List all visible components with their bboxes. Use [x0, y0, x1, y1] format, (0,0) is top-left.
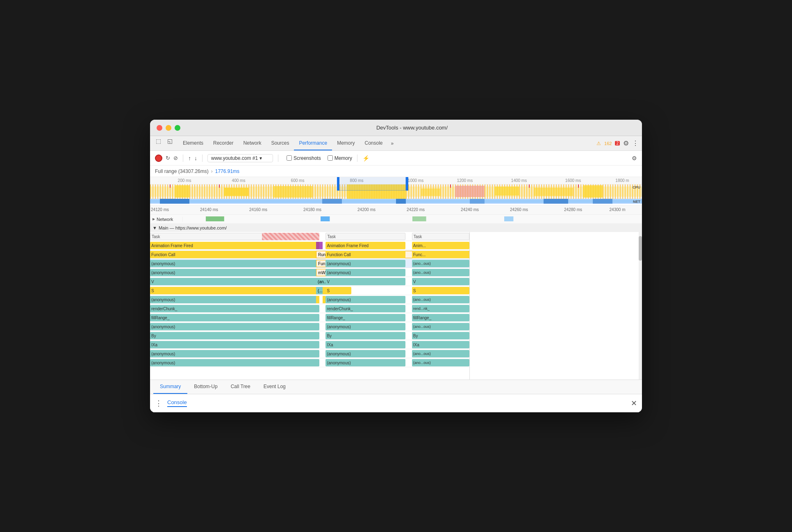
- s-bar-2[interactable]: S: [325, 287, 351, 294]
- func-bar-3[interactable]: Func...: [412, 251, 469, 258]
- anon4-bar-2[interactable]: (anonymous): [325, 323, 405, 330]
- network-label[interactable]: ▶ Network: [150, 217, 183, 222]
- anon-row-3-left: (anonymous) (anonymous) (ano...ous): [150, 295, 469, 304]
- more-options-icon[interactable]: ⋮: [632, 139, 639, 147]
- svg-rect-13: [450, 184, 451, 188]
- anim-bar-3[interactable]: Anim...: [412, 242, 469, 249]
- anon3-bar-1[interactable]: (anonymous): [150, 296, 319, 303]
- tab-memory[interactable]: Memory: [332, 136, 360, 150]
- task-bar-2[interactable]: Task: [325, 233, 405, 240]
- ixa-bar-2[interactable]: IXa: [325, 341, 405, 348]
- small-yellow-1: [316, 296, 319, 303]
- by-bar-2[interactable]: By: [325, 332, 405, 339]
- render-bar-3[interactable]: rend...nk_: [412, 305, 469, 312]
- tab-summary[interactable]: Summary: [153, 380, 187, 394]
- tab-elements[interactable]: Elements: [178, 136, 208, 150]
- ixa-bar-1[interactable]: IXa: [150, 341, 319, 348]
- tab-recorder[interactable]: Recorder: [208, 136, 238, 150]
- more-tabs-button[interactable]: »: [388, 136, 397, 150]
- anon5-bar-2[interactable]: (anonymous): [325, 350, 405, 357]
- fill-bar-3[interactable]: fillRange_: [412, 314, 469, 321]
- warnings-icon: ⚠: [596, 141, 601, 146]
- errors-icon: 2: [615, 141, 620, 146]
- selection-handle-left[interactable]: [337, 177, 339, 191]
- func-bar-1[interactable]: Function Call: [150, 251, 319, 258]
- tab-network[interactable]: Network: [238, 136, 266, 150]
- anon6-bar-1[interactable]: (anonymous): [150, 359, 319, 366]
- s-bar-1[interactable]: S: [150, 287, 319, 294]
- tab-event-log[interactable]: Event Log: [257, 380, 292, 394]
- tab-bottom-up[interactable]: Bottom-Up: [187, 380, 224, 394]
- selection-handle-right[interactable]: [406, 177, 408, 191]
- anon2-bar-1[interactable]: (anonymous): [150, 269, 319, 276]
- memory-checkbox[interactable]: [328, 155, 333, 161]
- by-row-left: By By By: [150, 331, 469, 340]
- record-button[interactable]: [155, 155, 162, 162]
- anon5-bar-3[interactable]: (ano...ous): [412, 350, 469, 357]
- svg-rect-19: [396, 199, 406, 204]
- anim-bar-2[interactable]: Animation Frame Fired: [325, 242, 405, 249]
- tab-sources[interactable]: Sources: [266, 136, 294, 150]
- download-icon[interactable]: ↓: [194, 155, 197, 161]
- anon5-bar-1[interactable]: (anonymous): [150, 350, 319, 357]
- by-bar-3[interactable]: By: [412, 332, 469, 339]
- render-bar-2[interactable]: renderChunk_: [325, 305, 405, 312]
- task-bar-3[interactable]: Task: [412, 233, 469, 240]
- inspect-icon[interactable]: ◱: [165, 136, 175, 146]
- settings-icon[interactable]: ⚙: [623, 139, 629, 147]
- anon4-bar-1[interactable]: (anonymous): [150, 323, 319, 330]
- clear-button[interactable]: ⊘: [173, 155, 178, 161]
- ixa-bar-3[interactable]: IXa: [412, 341, 469, 348]
- upload-icon[interactable]: ↑: [188, 155, 191, 161]
- fill-bar-2[interactable]: fillRange_: [325, 314, 405, 321]
- pointer-icon[interactable]: ⬚: [153, 136, 163, 146]
- v-bar-1[interactable]: V: [150, 278, 319, 285]
- v-bar-2[interactable]: V: [325, 278, 405, 285]
- fill-bar-1[interactable]: fillRange_: [150, 314, 319, 321]
- s-bar-3[interactable]: S: [412, 287, 469, 294]
- func-bar-2[interactable]: Function Call: [325, 251, 405, 258]
- full-range-label: Full range (34307.26ms): [155, 168, 209, 174]
- console-tab[interactable]: Console: [167, 399, 187, 407]
- toolbar-divider4: [357, 155, 357, 162]
- scrollbar-thumb[interactable]: [639, 236, 642, 261]
- anon-bar-3[interactable]: (ano...ous): [412, 260, 469, 267]
- task-bar-striped[interactable]: [262, 233, 319, 240]
- minimize-traffic-light[interactable]: [166, 125, 171, 131]
- timeline-scrollbar[interactable]: [639, 232, 642, 380]
- screenshots-checkbox-group: Screenshots: [287, 155, 321, 161]
- close-traffic-light[interactable]: [157, 125, 162, 131]
- anon6-bar-2[interactable]: (anonymous): [325, 359, 405, 366]
- reload-button[interactable]: ↻: [166, 155, 170, 161]
- console-more-button[interactable]: ⋮: [155, 399, 162, 408]
- tab-performance[interactable]: Performance: [294, 136, 332, 150]
- anon-bar-2[interactable]: (anonymous): [325, 260, 405, 267]
- anon3-bar-3[interactable]: (ano...ous): [412, 296, 469, 303]
- anon4-bar-3[interactable]: (ano...ous): [412, 323, 469, 330]
- screenshots-checkbox[interactable]: [287, 155, 292, 161]
- network-expand-arrow[interactable]: ▶: [152, 217, 155, 221]
- url-selector[interactable]: www.youtube.com #1 ▾: [207, 154, 273, 162]
- by-bar-1[interactable]: By: [150, 332, 319, 339]
- anon2-bar-3[interactable]: (ano...ous): [412, 269, 469, 276]
- anim-bar-1[interactable]: Animation Frame Fired: [150, 242, 319, 249]
- close-console-button[interactable]: ✕: [631, 399, 637, 408]
- timeline-overview[interactable]: 200 ms 400 ms 600 ms 800 ms 1000 ms 1200…: [150, 177, 642, 206]
- anon6-bar-3[interactable]: (ano...ous): [412, 359, 469, 366]
- tab-console[interactable]: Console: [360, 136, 387, 150]
- render-bar-1[interactable]: renderChunk_: [150, 305, 319, 312]
- ruler-1200ms: 1200 ms: [457, 178, 473, 183]
- anon-bar-1[interactable]: (anonymous): [150, 260, 319, 267]
- main-expand-arrow[interactable]: ▼: [152, 225, 157, 230]
- anon3-bar-2[interactable]: (anonymous): [325, 296, 405, 303]
- anon2-bar-2[interactable]: (anonymous): [325, 269, 405, 276]
- bottom-tabs: Summary Bottom-Up Call Tree Event Log: [150, 380, 642, 394]
- tab-call-tree[interactable]: Call Tree: [224, 380, 257, 394]
- maximize-traffic-light[interactable]: [175, 125, 180, 131]
- ruler-400ms: 400 ms: [232, 178, 246, 183]
- v-bar-3[interactable]: V: [412, 278, 469, 285]
- cpu-throttle-icon[interactable]: ⚡: [362, 155, 369, 161]
- ruler-1000ms: 1000 ms: [408, 178, 423, 183]
- task-row-left: Task Task Task: [150, 232, 469, 241]
- capture-settings-icon[interactable]: ⚙: [632, 155, 637, 161]
